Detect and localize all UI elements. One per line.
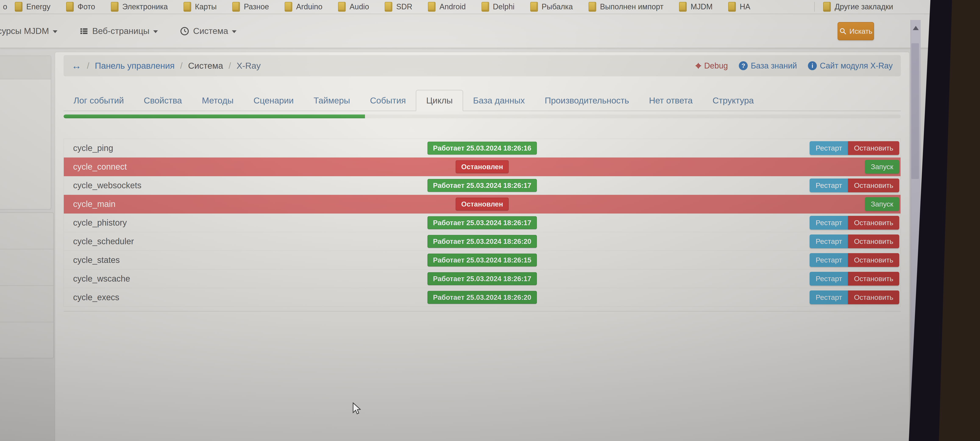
bookmark-item[interactable]: Delphi bbox=[482, 2, 515, 12]
restart-button[interactable]: Рестарт bbox=[810, 216, 848, 229]
cycles-table: cycle_pingРаботает 25.03.2024 18:26:16Ре… bbox=[64, 139, 901, 307]
tab-5[interactable]: События bbox=[360, 90, 416, 111]
bookmarks-list: EnergyФотоЭлектроникаКартыРазноеArduinoA… bbox=[15, 2, 750, 12]
tab-1[interactable]: Свойства bbox=[134, 90, 192, 111]
stop-button[interactable]: Остановить bbox=[848, 253, 899, 267]
tab-4[interactable]: Таймеры bbox=[304, 90, 360, 111]
bookmark-label: HA bbox=[740, 2, 750, 11]
bookmark-item[interactable]: Android bbox=[428, 2, 466, 12]
stop-button[interactable]: Остановить bbox=[848, 234, 899, 248]
breadcrumb-bar: ↔ / Панель управления / Система / X-Ray … bbox=[64, 55, 901, 76]
tab-8[interactable]: Производительность bbox=[535, 90, 639, 111]
cycle-name: cycle_websockets bbox=[64, 181, 428, 190]
restart-button[interactable]: Рестарт bbox=[810, 272, 848, 286]
cycle-actions: Запуск bbox=[865, 197, 900, 211]
bookmark-item[interactable]: SDR bbox=[385, 2, 412, 12]
cycle-name: cycle_connect bbox=[64, 162, 456, 172]
stop-button[interactable]: Остановить bbox=[848, 272, 899, 286]
tab-10[interactable]: Структура bbox=[703, 90, 764, 111]
breadcrumb-system[interactable]: Система bbox=[188, 61, 223, 71]
cycle-row: cycle_wscacheРаботает 25.03.2024 18:26:1… bbox=[64, 269, 900, 288]
cycle-actions: РестартОстановить bbox=[810, 141, 900, 155]
cycle-status-cell: Работает 25.03.2024 18:26:20 bbox=[428, 237, 537, 245]
sidebar-panel bbox=[0, 56, 51, 210]
stop-button[interactable]: Остановить bbox=[848, 141, 899, 155]
cycle-row: cycle_phistoryРаботает 25.03.2024 18:26:… bbox=[64, 213, 900, 232]
restart-button[interactable]: Рестарт bbox=[810, 178, 848, 192]
navbar: сурсы MJDMВеб-страницыСистема Искать bbox=[0, 14, 980, 48]
search-button[interactable]: Искать bbox=[838, 22, 874, 40]
scrollbar-thumb[interactable] bbox=[912, 43, 919, 179]
chevron-down-icon bbox=[232, 30, 237, 33]
stop-button[interactable]: Остановить bbox=[848, 216, 899, 229]
status-badge: Работает 25.03.2024 18:26:17 bbox=[428, 216, 537, 229]
tab-7[interactable]: База данных bbox=[463, 90, 535, 111]
bookmark-item[interactable]: Карты bbox=[183, 2, 217, 12]
sidebar-list bbox=[0, 212, 54, 358]
tab-2[interactable]: Методы bbox=[192, 90, 243, 111]
link-сайт-модуля-x-ray[interactable]: iСайт модуля X-Ray bbox=[808, 61, 892, 70]
bookmark-label: Выполнен импорт bbox=[600, 2, 663, 11]
bookmark-item[interactable]: Рыбалка bbox=[530, 2, 573, 12]
other-bookmarks-label: Другие закладки bbox=[835, 2, 893, 11]
breadcrumb-control-panel[interactable]: Панель управления bbox=[95, 61, 175, 71]
cycle-name: cycle_states bbox=[64, 255, 428, 265]
bookmark-item[interactable]: Выполнен импорт bbox=[589, 2, 663, 12]
cycle-actions: РестартОстановить bbox=[810, 234, 900, 248]
start-button[interactable]: Запуск bbox=[865, 160, 899, 174]
folder-icon bbox=[589, 2, 596, 12]
bookmark-item[interactable]: Energy bbox=[15, 2, 51, 12]
content-card: ↔ / Панель управления / Система / X-Ray … bbox=[55, 52, 910, 441]
bookmark-item[interactable]: Arduino bbox=[285, 2, 322, 12]
bookmark-item[interactable]: Разное bbox=[232, 2, 269, 12]
home-arrows-icon[interactable]: ↔ bbox=[72, 60, 81, 72]
bookmark-item[interactable]: MJDM bbox=[679, 2, 713, 12]
restart-button[interactable]: Рестарт bbox=[810, 234, 848, 248]
start-button[interactable]: Запуск bbox=[865, 197, 899, 211]
tab-3[interactable]: Сценарии bbox=[243, 90, 304, 111]
restart-button[interactable]: Рестарт bbox=[810, 290, 848, 304]
status-badge: Работает 25.03.2024 18:26:16 bbox=[428, 142, 537, 154]
cycle-row: cycle_execsРаботает 25.03.2024 18:26:20Р… bbox=[64, 288, 900, 307]
scrollbar-up-arrow-icon[interactable] bbox=[913, 26, 919, 30]
cycle-actions: РестартОстановить bbox=[810, 272, 900, 286]
folder-icon bbox=[482, 2, 489, 12]
bookmark-item[interactable]: Электроника bbox=[111, 2, 168, 12]
navbar-menu-system[interactable]: Система bbox=[180, 26, 237, 36]
restart-button[interactable]: Рестарт bbox=[810, 253, 848, 267]
bookmark-item[interactable]: Фото bbox=[66, 2, 95, 12]
pane-bottom-border bbox=[64, 311, 901, 312]
cycle-status-cell: Остановлен bbox=[456, 200, 508, 208]
cycle-status-cell: Работает 25.03.2024 18:26:20 bbox=[428, 293, 537, 301]
bookmark-label: Разное bbox=[244, 2, 269, 11]
bookmark-item[interactable]: HA bbox=[728, 2, 750, 12]
status-badge: Остановлен bbox=[456, 160, 508, 173]
link-label: База знаний bbox=[751, 61, 797, 70]
link-база-знаний[interactable]: ?База знаний bbox=[739, 61, 797, 70]
link-label: Debug bbox=[704, 61, 728, 70]
other-bookmarks-button[interactable]: Другие закладки bbox=[823, 2, 893, 12]
bookmark-label: Energy bbox=[26, 2, 51, 11]
navbar-menu-resources[interactable]: сурсы MJDM bbox=[0, 26, 57, 36]
cycle-status-cell: Работает 25.03.2024 18:26:15 bbox=[428, 256, 537, 264]
status-badge: Работает 25.03.2024 18:26:15 bbox=[428, 253, 537, 266]
tab-6[interactable]: Циклы bbox=[416, 90, 463, 111]
bookmark-item[interactable]: Audio bbox=[338, 2, 369, 12]
breadcrumb: ↔ / Панель управления / Система / X-Ray bbox=[72, 60, 261, 72]
tab-0[interactable]: Лог событий bbox=[64, 90, 134, 111]
folder-icon bbox=[232, 2, 240, 12]
cycle-name: cycle_scheduler bbox=[64, 237, 428, 246]
cycle-name: cycle_wscache bbox=[64, 274, 428, 283]
stop-button[interactable]: Остановить bbox=[848, 178, 899, 192]
stop-button[interactable]: Остановить bbox=[848, 290, 899, 304]
tab-9[interactable]: Нет ответа bbox=[639, 90, 703, 111]
restart-button[interactable]: Рестарт bbox=[810, 141, 848, 155]
chevron-down-icon bbox=[153, 30, 158, 33]
link-debug[interactable]: ⌖Debug bbox=[695, 60, 728, 71]
navbar-menu-webpages[interactable]: Веб-страницы bbox=[80, 26, 158, 36]
debug-crosshair-icon: ⌖ bbox=[695, 60, 701, 71]
search-button-label: Искать bbox=[850, 27, 873, 35]
question-circle-icon: ? bbox=[739, 61, 748, 70]
navbar-menu-label: сурсы MJDM bbox=[0, 26, 49, 36]
cycle-actions: Запуск bbox=[865, 160, 900, 174]
